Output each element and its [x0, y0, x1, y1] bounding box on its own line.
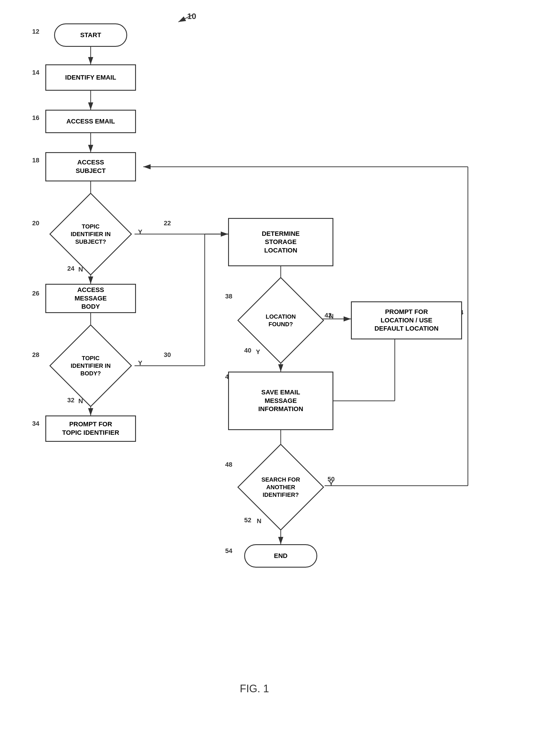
access-body-node: ACCESSMESSAGEBODY	[45, 284, 136, 313]
label-32: 32	[67, 397, 74, 404]
label-34: 34	[32, 420, 39, 428]
start-node: START	[54, 23, 127, 47]
label-16: 16	[32, 114, 39, 122]
label-30: 30	[164, 351, 171, 359]
label-24: 24	[67, 265, 74, 272]
prompt-topic-node: PROMPT FORTOPIC IDENTIFIER	[45, 416, 136, 442]
topic-in-body-node: TOPICIDENTIFIER INBODY?	[45, 335, 136, 397]
prompt-location-node: PROMPT FORLOCATION / USEDEFAULT LOCATION	[351, 301, 462, 339]
access-email-node: ACCESS EMAIL	[45, 110, 136, 133]
label-12: 12	[32, 28, 39, 35]
end-node: END	[244, 544, 317, 568]
svg-line-22	[178, 15, 193, 22]
label-14: 14	[32, 69, 39, 76]
edge-y22: Y	[138, 228, 142, 236]
flowchart-diagram: 10 12 14 16 18 20 22 24 26 28 30 32 34 3…	[0, 0, 560, 730]
label-22: 22	[164, 219, 171, 227]
location-found-node: LOCATIONFOUND?	[228, 288, 333, 352]
label-18: 18	[32, 156, 39, 164]
identify-email-node: IDENTIFY EMAIL	[45, 64, 136, 91]
label-54: 54	[225, 547, 232, 555]
search-another-node: SEARCH FORANOTHERIDENTIFIER?	[228, 455, 333, 519]
save-email-node: SAVE EMAILMESSAGEINFORMATION	[228, 372, 333, 430]
label-20: 20	[32, 219, 39, 227]
label-26: 26	[32, 290, 39, 297]
label-28: 28	[32, 351, 39, 359]
edge-y30: Y	[138, 359, 142, 367]
topic-in-subject-node: TOPICIDENTIFIER INSUBJECT?	[45, 203, 136, 265]
figure-caption: FIG. 1	[240, 683, 269, 695]
fig-arrow	[170, 9, 199, 26]
determine-storage-node: DETERMINESTORAGELOCATION	[228, 218, 333, 266]
access-subject-node: ACCESSSUBJECT	[45, 152, 136, 181]
